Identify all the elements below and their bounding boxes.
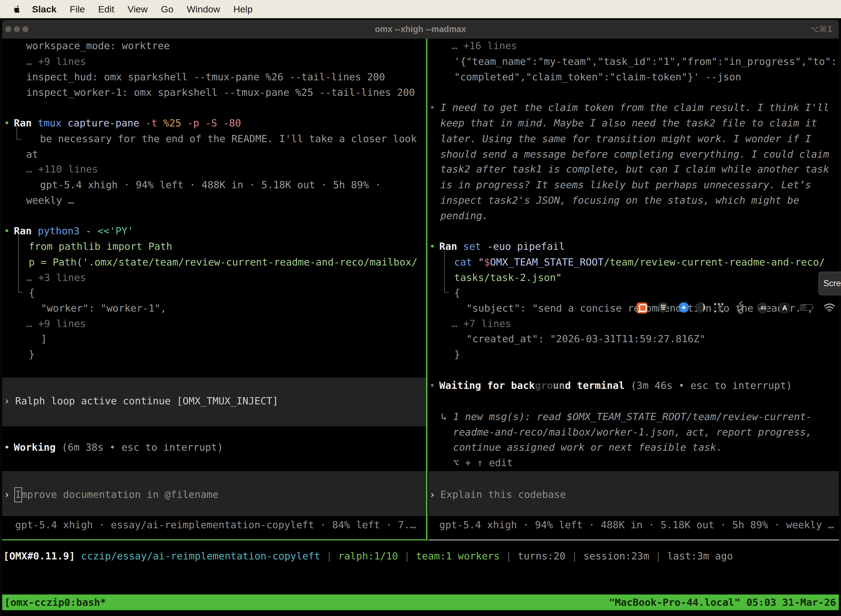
output-elbow-connector xyxy=(16,125,22,140)
left-command-input[interactable]: Improve documentation in @filename xyxy=(15,487,218,502)
last-activity: last:3m ago xyxy=(667,550,733,562)
menu-go[interactable]: Go xyxy=(161,4,173,15)
waiting-label: Waiting for back xyxy=(439,380,535,391)
thinking-line: is in progress? It seems likely but perh… xyxy=(440,177,811,193)
team-counter: team:1 workers xyxy=(416,550,500,562)
waiting-label-shimmer: gro xyxy=(535,380,553,391)
omx-status-line: [OMX#0.11.9] cczip/essay/ai-reimplementa… xyxy=(3,548,733,564)
collapsed-lines-indicator[interactable]: … +9 lines xyxy=(26,54,86,69)
screenshot-icon[interactable] xyxy=(637,302,648,314)
terminal-line: workspace_mode: worktree xyxy=(26,38,170,54)
right-session-status: gpt-5.4 xhigh · 94% left · 488K in · 5.1… xyxy=(439,517,834,532)
text-cursor xyxy=(14,487,22,502)
waiting-detail: (3m 46s • esc to interrupt) xyxy=(625,380,792,391)
working-bullet-icon: • xyxy=(4,439,10,455)
omx-version: [OMX#0.11.9] xyxy=(3,550,81,562)
terminal-line: '{"team_name":"my-team","task_id":"1","f… xyxy=(454,54,837,69)
ran-command-line: Ran tmux capture-pane -t %25 -p -S -80 xyxy=(14,115,241,131)
collapsed-lines-indicator[interactable]: … +16 lines xyxy=(451,38,517,54)
ran-command-line: Ran python3 - <<'PY' xyxy=(14,223,133,239)
command-arg: - xyxy=(85,225,97,236)
output-line: "created_at": "2026-03-31T11:59:27.816Z" xyxy=(466,331,706,347)
collapsed-lines-indicator[interactable]: … +3 lines xyxy=(26,270,86,285)
command-output-line: at xyxy=(26,146,38,162)
terminal-line: inspect_worker-1: omx sparkshell --tmux-… xyxy=(26,84,415,100)
path-string: /team/review-current-readme-and-reco/ xyxy=(604,257,825,268)
command-name: python3 xyxy=(38,225,85,236)
right-command-input[interactable]: Explain this codebase xyxy=(440,487,566,502)
right-pane-border xyxy=(428,540,839,540)
output-line: "worker": "worker-1", xyxy=(41,300,166,316)
app-badge-icon[interactable] xyxy=(678,302,690,314)
active-app-menu[interactable]: Slack xyxy=(32,4,57,15)
screen: omx --xhigh --madmax ⌥⌘1 workspace_mode:… xyxy=(0,0,841,616)
command-output-line: gpt-5.4 xhigh · 94% left · 488K in · 5.1… xyxy=(40,177,381,193)
command-name: set xyxy=(463,241,487,252)
pane-divider[interactable] xyxy=(426,39,428,540)
battery-icon[interactable] xyxy=(800,304,815,312)
contrast-icon[interactable] xyxy=(695,302,707,314)
ran-label: Ran xyxy=(14,225,38,236)
output-line: { xyxy=(29,285,35,301)
thinking-line: later. Using the same for transition mig… xyxy=(440,131,811,147)
turns-counter: turns:20 xyxy=(518,550,566,562)
menu-bar: Slack File Edit View Go Window Help xyxy=(0,0,841,18)
tmux-status-bar: [omx-cczip0:bash* "MacBook-Pro-44.local"… xyxy=(2,594,839,610)
command-output-line: be necessary for the end of the README. … xyxy=(40,131,417,147)
output-line: { xyxy=(454,285,460,301)
terminal-line: inspect_hud: omx sparkshell --tmux-pane … xyxy=(26,69,385,85)
mailbox-message-line: readme-and-reco/mailbox/worker-1.json, a… xyxy=(453,424,812,440)
run-bullet-icon: • xyxy=(4,115,10,131)
window-title: omx --xhigh --madmax xyxy=(0,20,841,39)
output-line: } xyxy=(29,346,35,362)
separator: | xyxy=(649,550,667,562)
menu-file[interactable]: File xyxy=(70,4,85,15)
inject-message: Ralph loop active continue [OMX_TMUX_INJ… xyxy=(15,393,278,409)
code-block-connector xyxy=(18,233,23,293)
grid-dots-icon[interactable] xyxy=(714,303,724,313)
thinking-line: task2 after task1 is complete, but can I… xyxy=(440,161,829,177)
command-flag: -t xyxy=(145,117,163,129)
command-arg: -euo pipefail xyxy=(487,241,565,252)
command-flag: -80 xyxy=(223,117,241,129)
output-line: ] xyxy=(41,331,47,347)
window-shortcut-hint: ⌥⌘1 xyxy=(810,20,833,39)
waiting-label-shimmer: un xyxy=(553,380,565,391)
collapsed-lines-indicator[interactable]: … +110 lines xyxy=(26,161,98,177)
squiggle-icon[interactable] xyxy=(737,301,744,315)
menu-help[interactable]: Help xyxy=(233,4,253,15)
thinking-bullet-icon: • xyxy=(429,100,435,115)
thinking-line: keep that in mind. Maybe I also need the… xyxy=(440,115,817,131)
collapsed-lines-indicator[interactable]: … +9 lines xyxy=(26,316,86,331)
apple-menu[interactable] xyxy=(13,4,21,14)
ran-command-line: Ran set -euo pipefail xyxy=(439,238,565,254)
input-source-badge[interactable]: A xyxy=(779,303,790,313)
collapsed-lines-indicator[interactable]: … +7 lines xyxy=(451,316,511,331)
ralph-counter: ralph:1/10 xyxy=(338,550,398,562)
screen-tooltip: Scre xyxy=(818,271,841,295)
count-badge[interactable]: ..61 xyxy=(757,302,768,314)
separator: | xyxy=(320,550,338,562)
tmux-host-clock: "MacBook-Pro-44.local" 05:03 31-Mar-26 xyxy=(609,594,836,610)
menu-window[interactable]: Window xyxy=(187,4,220,15)
edit-shortcut-hint: ⌥ + ↑ edit xyxy=(453,455,513,471)
tmux-session-window[interactable]: [omx-cczip0:bash* xyxy=(4,594,106,610)
left-session-status: gpt-5.4 xhigh · essay/ai-reimplementatio… xyxy=(15,517,416,532)
command-flag: -p xyxy=(188,117,205,129)
left-pane-border xyxy=(2,539,428,540)
thinking-line: should send a message before completing … xyxy=(440,146,829,162)
separator: | xyxy=(500,550,518,562)
terminal-line: "completed","claim_token":"claim-token"}… xyxy=(454,69,741,85)
command-flag: -S xyxy=(205,117,223,129)
thinking-line: pending. xyxy=(440,208,488,224)
menu-edit[interactable]: Edit xyxy=(98,4,114,15)
privacy-shield-icon[interactable] xyxy=(658,301,668,315)
menu-view[interactable]: View xyxy=(127,4,148,15)
mailbox-message-line: 1 new msg(s): read $OMX_TEAM_STATE_ROOT/… xyxy=(453,409,812,424)
heredoc-marker: <<'PY' xyxy=(97,225,133,236)
ran-label: Ran xyxy=(439,241,463,252)
inject-prompt-icon: › xyxy=(4,393,10,409)
wifi-icon[interactable] xyxy=(823,303,835,313)
working-status-line: Working (6m 38s • esc to interrupt) xyxy=(14,439,223,455)
dollar-sigil: $ xyxy=(484,257,490,268)
